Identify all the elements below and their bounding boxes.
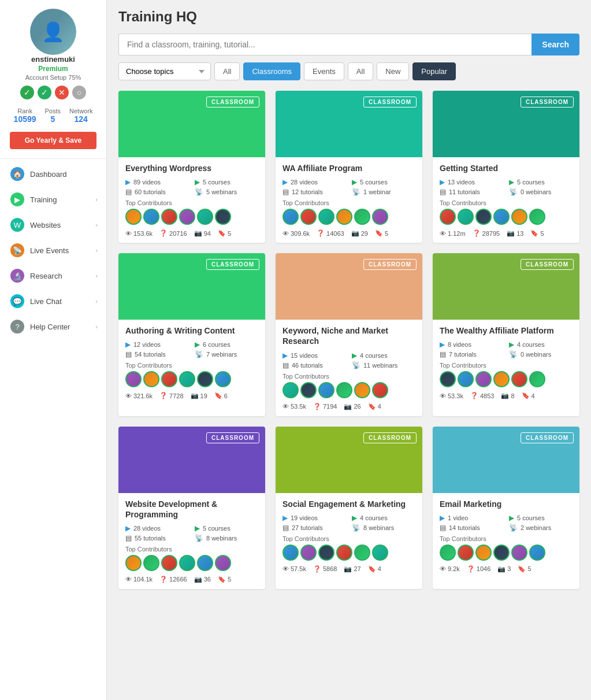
questions-count: 28795: [482, 230, 500, 237]
posts-count: 27: [354, 565, 360, 572]
contributors-label: Top Contributors: [125, 199, 258, 206]
posts-count: 3: [507, 565, 511, 572]
footer-stats: 👁9.2k ❓1046 📷3 🔖5: [440, 565, 573, 573]
research-label: Research: [30, 272, 90, 280]
chevron-right-icon: ›: [95, 196, 98, 203]
card-title: WA Affiliate Program: [283, 163, 415, 173]
filter-btn-2[interactable]: Events: [304, 62, 344, 80]
contributor-avatar: [511, 209, 527, 225]
video-icon: ▶: [125, 524, 131, 532]
contributor-avatar: [300, 209, 317, 225]
contributor-avatar: [493, 209, 510, 225]
classroom-badge: CLASSROOM: [521, 97, 574, 108]
bookmarks-icon: 🔖: [375, 229, 383, 237]
views-count: 57.5k: [291, 565, 306, 572]
sidebar-item-live-events[interactable]: 📡 Live Events ›: [0, 238, 106, 263]
contributor-avatar: [372, 382, 388, 398]
tutorial-count: 12 tutorials: [292, 188, 323, 195]
views-icon: 👁: [440, 230, 446, 237]
sidebar-item-websites[interactable]: W Websites ›: [0, 212, 106, 238]
bookmarks-count: 5: [228, 576, 231, 583]
course-icon: ▶: [352, 351, 357, 360]
contributors-avatars: [440, 371, 573, 387]
video-icon: ▶: [440, 340, 445, 349]
course-count: 5 courses: [203, 179, 231, 186]
footer-stats: 👁1.12m ❓28795 📷13 🔖5: [440, 229, 573, 237]
card-banner: CLASSROOM: [433, 253, 579, 320]
questions-icon: ❓: [467, 565, 475, 573]
filter-btn-4[interactable]: New: [377, 62, 409, 80]
classroom-card[interactable]: CLASSROOM Everything Wordpress ▶89 video…: [118, 91, 265, 243]
card-body: Everything Wordpress ▶89 videos ▤60 tuto…: [118, 157, 265, 243]
card-body: Authoring & Writing Content ▶12 videos ▤…: [118, 320, 265, 405]
classroom-card[interactable]: CLASSROOM Getting Started ▶13 videos ▤11…: [433, 91, 579, 243]
contributor-avatar: [161, 209, 177, 225]
views-icon: 👁: [125, 576, 132, 583]
search-button[interactable]: Search: [531, 34, 579, 55]
course-count: 5 courses: [517, 179, 545, 186]
card-stats: ▶13 videos ▤11 tutorials ▶5 courses 📡0 w…: [440, 178, 573, 196]
views-icon: 👁: [125, 230, 132, 237]
webinar-icon: 📡: [195, 350, 203, 358]
contributor-avatar: [318, 382, 334, 398]
video-count: 12 videos: [133, 341, 161, 348]
bookmarks-count: 4: [531, 392, 535, 399]
sidebar-item-training[interactable]: ▶ Training ›: [0, 187, 106, 212]
training-icon: ▶: [10, 192, 24, 206]
video-icon: ▶: [125, 340, 131, 349]
classroom-card[interactable]: CLASSROOM Social Engagement & Marketing …: [276, 427, 422, 589]
questions-count: 20716: [169, 230, 187, 237]
video-icon: ▶: [440, 514, 445, 522]
topic-select[interactable]: Choose topics: [118, 62, 211, 80]
views-icon: 👁: [283, 403, 289, 410]
course-count: 4 courses: [517, 341, 545, 348]
contributor-avatar: [354, 545, 370, 561]
filter-btn-3[interactable]: All: [348, 62, 373, 80]
bookmarks-count: 4: [378, 565, 381, 572]
footer-stats: 👁153.6k ❓20716 📷94 🔖5: [125, 229, 258, 237]
bookmarks-count: 6: [224, 392, 228, 399]
page-title: Training HQ: [118, 9, 579, 25]
classroom-card[interactable]: CLASSROOM WA Affiliate Program ▶28 video…: [276, 91, 422, 243]
questions-count: 12666: [169, 576, 187, 583]
video-icon: ▶: [283, 351, 288, 360]
course-count: 6 courses: [203, 341, 231, 348]
posts-icon: 📷: [194, 576, 202, 583]
sidebar-item-dashboard[interactable]: 🏠 Dashboard: [0, 161, 106, 187]
sidebar-item-help-center[interactable]: ? Help Center ›: [0, 314, 106, 339]
classroom-card[interactable]: CLASSROOM Website Development & Programm…: [118, 427, 265, 589]
posts-count: 29: [361, 230, 368, 237]
sidebar-item-research[interactable]: 🔬 Research ›: [0, 263, 106, 288]
bookmarks-icon: 🔖: [218, 229, 226, 237]
filter-btn-0[interactable]: All: [214, 62, 240, 80]
webinar-icon: 📡: [352, 361, 360, 369]
contributor-avatar: [197, 209, 213, 225]
contributor-avatar: [354, 209, 370, 225]
chevron-right-icon: ›: [95, 323, 98, 330]
go-yearly-button[interactable]: Go Yearly & Save: [10, 132, 96, 149]
questions-count: 4853: [480, 392, 494, 399]
classroom-card[interactable]: CLASSROOM Authoring & Writing Content ▶1…: [118, 253, 265, 416]
bookmarks-count: 5: [385, 230, 388, 237]
contributors-avatars: [125, 371, 258, 387]
contributor-avatar: [475, 371, 492, 387]
contributor-avatar: [143, 555, 159, 571]
tutorial-icon: ▤: [125, 534, 132, 542]
webinar-count: 8 webinars: [363, 524, 394, 531]
contributor-avatar: [458, 371, 474, 387]
views-icon: 👁: [440, 565, 446, 572]
contributors-label: Top Contributors: [440, 199, 573, 206]
classroom-card[interactable]: CLASSROOM Email Marketing ▶1 video ▤14 t…: [433, 427, 579, 589]
sidebar-item-live-chat[interactable]: 💬 Live Chat ›: [0, 288, 106, 314]
classroom-badge: CLASSROOM: [206, 97, 259, 108]
views-icon: 👁: [440, 392, 446, 399]
classroom-card[interactable]: CLASSROOM The Wealthy Affiliate Platform…: [433, 253, 579, 416]
filter-btn-1[interactable]: Classrooms: [243, 62, 300, 80]
classroom-card[interactable]: CLASSROOM Keyword, Niche and Market Rese…: [276, 253, 422, 416]
filter-btn-5[interactable]: Popular: [412, 62, 456, 80]
posts-icon: 📷: [501, 392, 509, 399]
card-stats: ▶12 videos ▤54 tutorials ▶6 courses 📡7 w…: [125, 340, 258, 358]
tutorial-icon: ▤: [440, 350, 446, 358]
search-input[interactable]: [118, 34, 531, 55]
card-banner: CLASSROOM: [118, 427, 265, 493]
